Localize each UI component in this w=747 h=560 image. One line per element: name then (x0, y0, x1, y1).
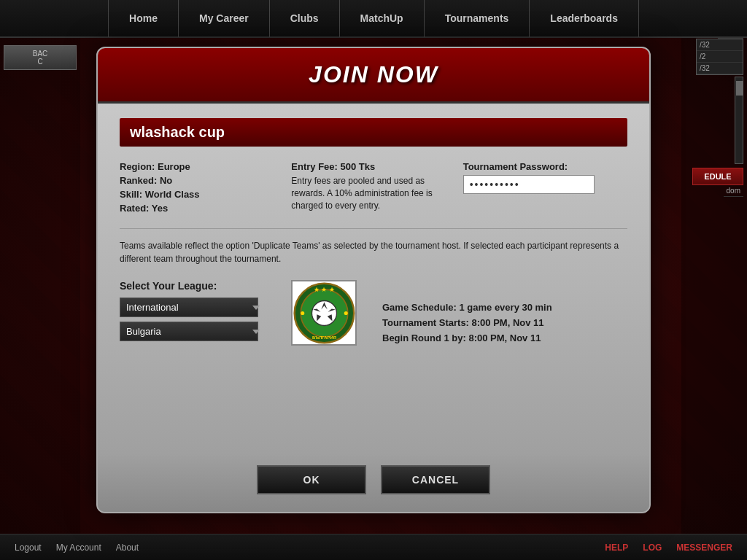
region-info: Region: Europe (120, 161, 284, 172)
rated-info: Rated: Yes (120, 203, 284, 214)
schedule-info: Game Schedule: 1 game every 30 min Tourn… (382, 280, 627, 348)
modal-overlay: JOIN NOW wlashack cup Region: Europe Ran… (0, 0, 747, 560)
info-col-left: Region: Europe Ranked: No Skill: World C… (120, 161, 284, 217)
join-now-dialog: JOIN NOW wlashack cup Region: Europe Ran… (96, 47, 651, 513)
info-col-right: Tournament Password: (463, 161, 627, 217)
team-badge-svg: ★ ★ ★ БЪЛГАРИЯ (293, 282, 355, 344)
svg-point-10 (301, 311, 304, 314)
ok-button[interactable]: OK (257, 465, 366, 494)
modal-header: JOIN NOW (98, 48, 649, 104)
entry-fee-label: Entry Fee: 500 Tks (291, 161, 455, 172)
description-text: Teams available reflect the option 'Dupl… (120, 228, 627, 265)
schedule-line1: Game Schedule: 1 game every 30 min (382, 302, 627, 313)
password-input[interactable] (463, 175, 595, 194)
tournament-name-bar: wlashack cup (120, 118, 627, 147)
bottom-section: Select Your League: International Bulgar… (120, 280, 627, 348)
modal-body: wlashack cup Region: Europe Ranked: No S… (98, 104, 649, 454)
league-select-bulgaria[interactable]: Bulgaria (120, 322, 258, 341)
svg-point-11 (344, 311, 347, 314)
schedule-line3: Begin Round 1 by: 8:00 PM, Nov 11 (382, 332, 627, 343)
skill-info: Skill: World Class (120, 189, 284, 200)
entry-fee-desc: Entry fees are pooled and used as reward… (291, 175, 455, 211)
password-label: Tournament Password: (463, 161, 627, 172)
league-select-wrapper: International (120, 298, 266, 317)
cancel-button[interactable]: CANCEL (381, 465, 490, 494)
team-badge-area: ★ ★ ★ БЪЛГАРИЯ (287, 280, 360, 346)
modal-title: JOIN NOW (111, 61, 636, 88)
league-sub-select-wrapper: Bulgaria (120, 322, 266, 341)
schedule-line2: Tournament Starts: 8:00 PM, Nov 11 (382, 317, 627, 328)
league-label: Select Your League: (120, 280, 266, 292)
ranked-info: Ranked: No (120, 175, 284, 186)
team-badge: ★ ★ ★ БЪЛГАРИЯ (291, 280, 357, 346)
tournament-name: wlashack cup (130, 124, 225, 140)
info-grid: Region: Europe Ranked: No Skill: World C… (120, 161, 627, 217)
league-select-international[interactable]: International (120, 298, 258, 317)
modal-footer: OK CANCEL (98, 454, 649, 512)
svg-text:БЪЛГАРИЯ: БЪЛГАРИЯ (311, 335, 336, 340)
league-select-area: Select Your League: International Bulgar… (120, 280, 266, 346)
svg-text:★ ★ ★: ★ ★ ★ (314, 285, 335, 292)
info-col-mid: Entry Fee: 500 Tks Entry fees are pooled… (291, 161, 455, 217)
